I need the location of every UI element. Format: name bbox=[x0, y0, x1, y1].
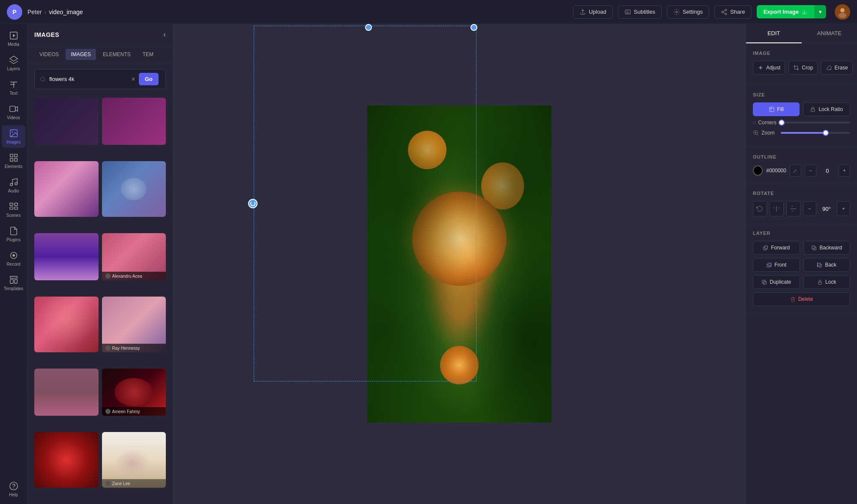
search-go-button[interactable]: Go bbox=[139, 73, 159, 85]
list-item[interactable] bbox=[34, 233, 99, 280]
rotate-handle[interactable] bbox=[248, 199, 258, 208]
panel-close-button[interactable]: ‹ bbox=[163, 30, 166, 39]
corners-slider-thumb[interactable] bbox=[779, 120, 785, 126]
backward-button[interactable]: Backward bbox=[803, 241, 851, 255]
subtitles-button[interactable]: Subtitles bbox=[618, 5, 662, 19]
search-clear-button[interactable]: × bbox=[132, 75, 135, 83]
resize-handle-top-right[interactable] bbox=[470, 24, 477, 31]
delete-button[interactable]: Delete bbox=[753, 292, 850, 306]
svg-marker-15 bbox=[15, 107, 17, 111]
adjust-label: Adjust bbox=[766, 65, 780, 71]
subtitles-label: Subtitles bbox=[634, 9, 655, 15]
export-chevron-button[interactable]: ▾ bbox=[814, 5, 826, 18]
list-item[interactable] bbox=[34, 297, 99, 352]
forward-button[interactable]: Forward bbox=[753, 241, 800, 255]
rotate-handle-inner bbox=[250, 201, 255, 206]
resize-handle-top-left[interactable] bbox=[365, 24, 372, 31]
sidebar-item-media[interactable]: Media bbox=[2, 27, 26, 50]
flower-image[interactable] bbox=[367, 105, 551, 423]
svg-rect-21 bbox=[14, 159, 17, 161]
svg-rect-25 bbox=[14, 203, 17, 206]
svg-rect-26 bbox=[9, 207, 12, 210]
svg-rect-31 bbox=[10, 279, 13, 283]
list-item[interactable] bbox=[34, 369, 99, 416]
list-item[interactable]: Alexandru Acea bbox=[102, 233, 166, 280]
sidebar-item-scenes[interactable]: Scenes bbox=[2, 198, 26, 221]
rotate-ccw-button[interactable] bbox=[753, 201, 767, 216]
duplicate-label: Duplicate bbox=[770, 279, 791, 285]
svg-point-10 bbox=[839, 13, 846, 18]
tab-animate[interactable]: ANIMATE bbox=[802, 24, 857, 43]
backward-label: Backward bbox=[819, 245, 842, 251]
outline-color-swatch[interactable] bbox=[753, 165, 763, 176]
app-logo: P bbox=[7, 4, 22, 20]
sidebar-item-record[interactable]: Record bbox=[2, 247, 26, 270]
svg-rect-55 bbox=[762, 280, 765, 283]
upload-button[interactable]: Upload bbox=[573, 5, 613, 19]
tab-images[interactable]: IMAGES bbox=[66, 49, 96, 60]
sidebar-item-layers[interactable]: Layers bbox=[2, 52, 26, 75]
flip-vertical-button[interactable] bbox=[786, 201, 800, 216]
sidebar-item-videos[interactable]: Videos bbox=[2, 101, 26, 123]
list-item[interactable] bbox=[102, 161, 166, 217]
front-button[interactable]: Front bbox=[753, 258, 800, 272]
corners-slider-track[interactable] bbox=[781, 122, 850, 123]
outline-eyedropper-button[interactable] bbox=[790, 165, 801, 177]
sidebar-item-text[interactable]: Text bbox=[2, 76, 26, 99]
outline-plus-button[interactable]: + bbox=[839, 165, 850, 177]
zoom-slider-track[interactable] bbox=[781, 132, 850, 134]
flip-v-icon bbox=[790, 205, 797, 212]
lock-button[interactable]: Lock bbox=[803, 275, 851, 289]
list-item[interactable] bbox=[102, 98, 166, 145]
tab-tem[interactable]: TEM bbox=[138, 49, 159, 60]
list-item[interactable]: Zane Lee bbox=[102, 432, 166, 488]
sidebar-item-templates[interactable]: Templates bbox=[2, 272, 26, 294]
adjust-button[interactable]: Adjust bbox=[753, 61, 785, 75]
sidebar-label-images: Images bbox=[6, 140, 21, 144]
crop-button[interactable]: Crop bbox=[788, 61, 818, 75]
rotate-minus-button[interactable]: − bbox=[803, 201, 816, 216]
list-item[interactable] bbox=[34, 161, 99, 217]
list-item[interactable]: Ray Hennessy bbox=[102, 297, 166, 352]
svg-point-9 bbox=[840, 8, 845, 12]
rotate-plus-button[interactable]: + bbox=[837, 201, 850, 216]
sidebar-item-elements[interactable]: Elements bbox=[2, 150, 26, 172]
canvas-area bbox=[173, 24, 746, 504]
tab-videos[interactable]: VIDEOS bbox=[34, 49, 64, 60]
svg-rect-38 bbox=[769, 107, 774, 112]
sidebar-label-scenes: Scenes bbox=[6, 213, 21, 218]
rotate-controls: − 90° + bbox=[753, 201, 850, 216]
rotate-section: ROTATE − 90° + bbox=[746, 184, 857, 224]
svg-point-22 bbox=[10, 183, 12, 186]
back-button[interactable]: Back bbox=[803, 258, 851, 272]
tab-edit[interactable]: EDIT bbox=[746, 24, 802, 43]
project-name[interactable]: video_image bbox=[49, 9, 83, 15]
list-item[interactable] bbox=[34, 432, 99, 488]
canvas-image-container[interactable] bbox=[367, 105, 551, 423]
flip-horizontal-button[interactable] bbox=[770, 201, 784, 216]
erase-button[interactable]: Erase bbox=[821, 61, 852, 75]
export-button[interactable]: Export Image bbox=[757, 5, 814, 18]
sidebar-item-audio[interactable]: Audio bbox=[2, 174, 26, 197]
rose-top-left bbox=[408, 131, 446, 169]
sidebar-item-images[interactable]: Images bbox=[2, 125, 26, 148]
sidebar-item-help[interactable]: Help bbox=[2, 478, 26, 501]
sidebar-item-plugins[interactable]: Plugins bbox=[2, 223, 26, 246]
zoom-slider-thumb[interactable] bbox=[823, 130, 829, 136]
search-input[interactable] bbox=[49, 76, 128, 82]
share-button[interactable]: Share bbox=[714, 5, 752, 19]
outline-minus-button[interactable]: − bbox=[805, 165, 816, 177]
settings-button[interactable]: Settings bbox=[667, 5, 709, 19]
tab-elements[interactable]: ELEMENTS bbox=[98, 49, 136, 60]
svg-rect-30 bbox=[10, 276, 17, 279]
user-avatar[interactable] bbox=[835, 4, 850, 20]
forward-label: Forward bbox=[771, 245, 790, 251]
lock-label: Lock bbox=[825, 279, 836, 285]
list-item[interactable]: Ameen Fahmy bbox=[102, 369, 166, 416]
fill-button[interactable]: Fill bbox=[753, 102, 800, 116]
svg-marker-12 bbox=[13, 34, 15, 37]
user-name[interactable]: Peter bbox=[27, 9, 42, 15]
list-item[interactable] bbox=[34, 98, 99, 145]
lock-ratio-button[interactable]: Lock Ratio bbox=[803, 102, 851, 116]
duplicate-button[interactable]: Duplicate bbox=[753, 275, 800, 289]
